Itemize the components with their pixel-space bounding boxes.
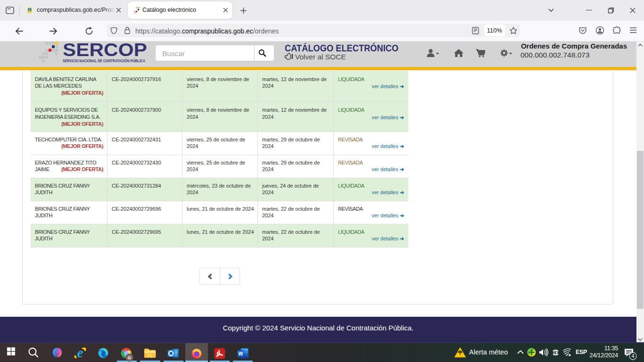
svg-text:G: G	[128, 355, 131, 360]
svg-text:4: 4	[632, 354, 635, 359]
svg-text:W: W	[239, 351, 243, 356]
